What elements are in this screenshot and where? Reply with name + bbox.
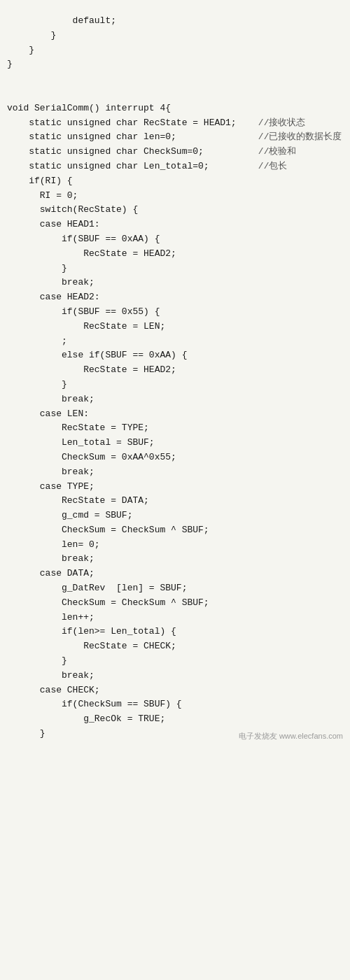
- code-line: }: [0, 378, 350, 392]
- code-line: if(CheckSum == SBUF) {: [0, 697, 350, 712]
- code-line: static unsigned char Len_total=0; //包长: [0, 159, 350, 174]
- code-line: g_cmd = SBUF;: [0, 509, 350, 523]
- code-line: [0, 87, 350, 101]
- code-line: case LEN:: [0, 407, 350, 422]
- code-line: case CHECK;: [0, 683, 350, 698]
- code-line: RecState = TYPE;: [0, 421, 350, 436]
- code-line: CheckSum = 0xAA^0x55;: [0, 450, 350, 465]
- code-line: CheckSum = CheckSum ^ SBUF;: [0, 596, 350, 611]
- code-line: static unsigned char RecState = HEAD1; /…: [0, 116, 350, 131]
- code-line: }: [0, 654, 350, 669]
- code-line: RI = 0;: [0, 189, 350, 204]
- code-line: break;: [0, 392, 350, 407]
- code-line: static unsigned char len=0; //已接收的数据长度: [0, 130, 350, 145]
- code-line: RecState = HEAD2;: [0, 247, 350, 262]
- code-line: RecState = DATA;: [0, 494, 350, 509]
- code-line: }: [0, 262, 350, 276]
- code-line: RecState = LEN;: [0, 320, 350, 334]
- code-line: if(len>= Len_total) {: [0, 625, 350, 639]
- code-line: case DATA;: [0, 567, 350, 581]
- code-line: [0, 72, 350, 87]
- code-line: g_DatRev [len] = SBUF;: [0, 581, 350, 596]
- code-line: Len_total = SBUF;: [0, 436, 350, 450]
- code-line: g_RecOk = TRUE;: [0, 712, 350, 727]
- code-line: break;: [0, 276, 350, 290]
- code-line: if(SBUF == 0x55) {: [0, 305, 350, 320]
- code-line: switch(RecState) {: [0, 203, 350, 218]
- code-line: break;: [0, 552, 350, 567]
- code-line: else if(SBUF == 0xAA) {: [0, 348, 350, 363]
- code-line: ;: [0, 334, 350, 349]
- comment: //接收状态: [258, 118, 306, 128]
- watermark: 电子发烧友 www.elecfans.com: [239, 731, 343, 741]
- code-line: default;: [0, 14, 350, 29]
- code-line: case TYPE;: [0, 480, 350, 495]
- code-line: void SerialComm() interrupt 4{: [0, 101, 350, 116]
- code-line: len++;: [0, 611, 350, 625]
- code-line: case HEAD2:: [0, 290, 350, 305]
- code-line: }: [0, 57, 350, 72]
- code-line: RecState = CHECK;: [0, 639, 350, 654]
- comment: //包长: [258, 161, 288, 171]
- code-line: }: [0, 29, 350, 43]
- code-line: }: [0, 43, 350, 58]
- code-line: RecState = HEAD2;: [0, 363, 350, 378]
- code-block: default; } } } void SerialComm() interru…: [0, 7, 350, 748]
- code-line: break;: [0, 465, 350, 480]
- code-line: CheckSum = CheckSum ^ SBUF;: [0, 523, 350, 538]
- comment: //校验和: [258, 146, 297, 157]
- code-line: static unsigned char CheckSum=0; //校验和: [0, 145, 350, 159]
- code-line: break;: [0, 669, 350, 683]
- code-line: if(SBUF == 0xAA) {: [0, 232, 350, 247]
- code-line: case HEAD1:: [0, 218, 350, 232]
- code-line: len= 0;: [0, 538, 350, 553]
- code-line: if(RI) {: [0, 174, 350, 189]
- comment: //已接收的数据长度: [258, 132, 342, 142]
